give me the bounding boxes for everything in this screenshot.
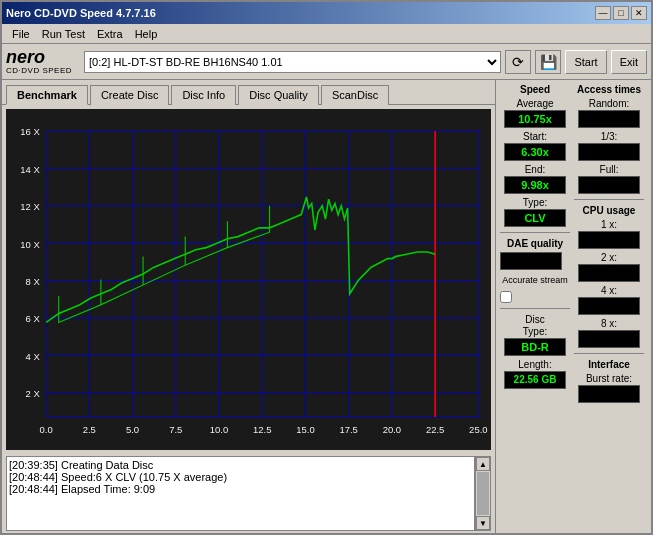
menu-help[interactable]: Help: [129, 26, 164, 42]
access-random-label: Random:: [589, 98, 630, 110]
log-line-3: [20:48:44] Elapsed Time: 9:09: [9, 483, 472, 495]
drive-selector[interactable]: [0:2] HL-DT-ST BD-RE BH16NS40 1.01: [84, 51, 501, 73]
speed-start-value: 6.30x: [504, 143, 566, 161]
access-full-group: Full:: [574, 164, 644, 194]
scroll-down-button[interactable]: ▼: [476, 516, 490, 530]
svg-text:20.0: 20.0: [383, 424, 402, 435]
cpu-2x-group: 2 x:: [574, 252, 644, 282]
cpu-4x-group: 4 x:: [574, 285, 644, 315]
main-content: Benchmark Create Disc Disc Info Disc Qua…: [2, 80, 651, 533]
disc-length-label: Length:: [518, 359, 551, 371]
start-button[interactable]: Start: [565, 50, 606, 74]
scroll-up-button[interactable]: ▲: [476, 457, 490, 471]
tab-scandisc[interactable]: ScanDisc: [321, 85, 389, 105]
accurate-checkbox[interactable]: [500, 291, 512, 303]
svg-text:10 X: 10 X: [20, 238, 40, 249]
tab-disc-quality[interactable]: Disc Quality: [238, 85, 319, 105]
cpu-1x-group: 1 x:: [574, 219, 644, 249]
stats-columns: Speed Average 10.75x Start: 6.30x End: 9…: [500, 84, 647, 529]
save-button[interactable]: 💾: [535, 50, 561, 74]
dae-header: DAE quality: [500, 238, 570, 249]
svg-text:5.0: 5.0: [126, 424, 140, 435]
cpu-2x-value: [578, 264, 640, 282]
access-header: Access times: [574, 84, 644, 95]
nero-logo: nero CD·DVD SPEED: [6, 48, 72, 75]
close-button[interactable]: ✕: [631, 6, 647, 20]
main-window: Nero CD-DVD Speed 4.7.7.16 — □ ✕ File Ru…: [0, 0, 653, 535]
log-line-2: [20:48:44] Speed:6 X CLV (10.75 X averag…: [9, 471, 472, 483]
menu-extra[interactable]: Extra: [91, 26, 129, 42]
right-stats-col: Access times Random: 1/3: Full:: [574, 84, 644, 529]
divider-3: [574, 199, 644, 200]
tab-benchmark[interactable]: Benchmark: [6, 85, 88, 105]
access-onethird-value: [578, 143, 640, 161]
maximize-button[interactable]: □: [613, 6, 629, 20]
log-text: [20:39:35] Creating Data Disc [20:48:44]…: [6, 456, 475, 531]
cpu-8x-group: 8 x:: [574, 318, 644, 348]
benchmark-chart: 16 X 14 X 12 X 10 X 8 X 6 X 4 X 2 X 0.0 …: [6, 109, 491, 450]
svg-text:12 X: 12 X: [20, 201, 40, 212]
speed-end-group: End: 9.98x: [500, 164, 570, 194]
tab-create-disc[interactable]: Create Disc: [90, 85, 169, 105]
cpu-header: CPU usage: [574, 205, 644, 216]
speed-type-label: Type:: [523, 197, 547, 209]
speed-start-group: Start: 6.30x: [500, 131, 570, 161]
speed-average-label: Average: [516, 98, 553, 110]
svg-text:8 X: 8 X: [26, 276, 41, 287]
svg-text:12.5: 12.5: [253, 424, 271, 435]
cpu-4x-value: [578, 297, 640, 315]
right-panel: Speed Average 10.75x Start: 6.30x End: 9…: [496, 80, 651, 533]
menu-bar: File Run Test Extra Help: [2, 24, 651, 44]
interface-header: Interface: [574, 359, 644, 370]
speed-header: Speed: [500, 84, 570, 95]
exit-button[interactable]: Exit: [611, 50, 647, 74]
chart-area: 16 X 14 X 12 X 10 X 8 X 6 X 4 X 2 X 0.0 …: [6, 109, 491, 450]
svg-text:2.5: 2.5: [83, 424, 96, 435]
accurate-checkbox-area: [500, 291, 570, 303]
menu-run-test[interactable]: Run Test: [36, 26, 91, 42]
disc-header: Disc: [525, 314, 544, 326]
cpu-1x-label: 1 x:: [601, 219, 617, 231]
log-scrollbar: ▲ ▼: [475, 456, 491, 531]
refresh-button[interactable]: ⟳: [505, 50, 531, 74]
burst-rate-label: Burst rate:: [586, 373, 632, 385]
cpu-8x-label: 8 x:: [601, 318, 617, 330]
burst-rate-group: Burst rate:: [574, 373, 644, 403]
scroll-track[interactable]: [477, 472, 489, 515]
left-panel: Benchmark Create Disc Disc Info Disc Qua…: [2, 80, 496, 533]
left-stats-col: Speed Average 10.75x Start: 6.30x End: 9…: [500, 84, 570, 529]
access-random-value: [578, 110, 640, 128]
disc-type-label: Type:: [523, 326, 547, 338]
divider-4: [574, 353, 644, 354]
title-bar: Nero CD-DVD Speed 4.7.7.16 — □ ✕: [2, 2, 651, 24]
svg-text:16 X: 16 X: [20, 126, 40, 137]
nero-logo-text: nero: [6, 48, 72, 66]
disc-length-group: Length: 22.56 GB: [500, 359, 570, 389]
disc-type-value: BD-R: [504, 338, 566, 356]
svg-text:17.5: 17.5: [339, 424, 357, 435]
svg-text:6 X: 6 X: [26, 313, 41, 324]
title-controls: — □ ✕: [595, 6, 647, 20]
divider-2: [500, 308, 570, 309]
disc-type-group: Disc Type: BD-R: [500, 314, 570, 356]
burst-rate-value: [578, 385, 640, 403]
menu-file[interactable]: File: [6, 26, 36, 42]
svg-text:14 X: 14 X: [20, 164, 40, 175]
svg-text:22.5: 22.5: [426, 424, 444, 435]
accurate-label: Accurate stream: [500, 275, 570, 286]
access-full-value: [578, 176, 640, 194]
tab-disc-info[interactable]: Disc Info: [171, 85, 236, 105]
speed-average-group: Average 10.75x: [500, 98, 570, 128]
access-full-label: Full:: [600, 164, 619, 176]
speed-start-label: Start:: [523, 131, 547, 143]
svg-text:25.0: 25.0: [469, 424, 488, 435]
svg-text:15.0: 15.0: [296, 424, 315, 435]
log-area-container: [20:39:35] Creating Data Disc [20:48:44]…: [6, 456, 491, 531]
minimize-button[interactable]: —: [595, 6, 611, 20]
tab-bar: Benchmark Create Disc Disc Info Disc Qua…: [2, 80, 495, 105]
log-line-1: [20:39:35] Creating Data Disc: [9, 459, 472, 471]
speed-end-value: 9.98x: [504, 176, 566, 194]
window-title: Nero CD-DVD Speed 4.7.7.16: [6, 7, 156, 19]
access-onethird-group: 1/3:: [574, 131, 644, 161]
access-random-group: Random:: [574, 98, 644, 128]
